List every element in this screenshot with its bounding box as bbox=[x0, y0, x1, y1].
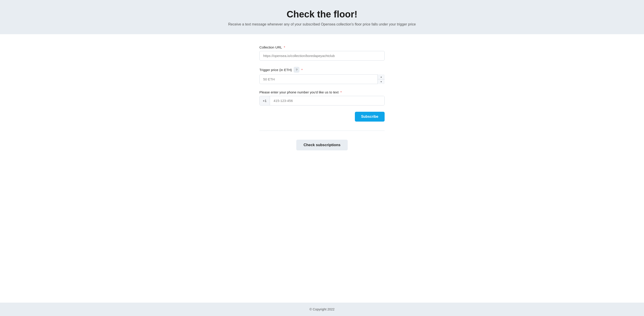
copyright-text: © Copyright 2022 bbox=[310, 308, 334, 311]
trigger-price-required: * bbox=[301, 68, 302, 72]
phone-country-code: +1 bbox=[260, 96, 270, 105]
collection-url-required: * bbox=[284, 45, 285, 49]
phone-number-group: Please enter your phone number you'd lik… bbox=[260, 90, 384, 105]
page-title: Check the floor! bbox=[4, 9, 640, 20]
subscribe-button[interactable]: Subscribe bbox=[355, 112, 384, 122]
subscribe-row: Subscribe bbox=[260, 112, 384, 122]
section-divider bbox=[260, 130, 384, 131]
collection-url-input[interactable] bbox=[260, 51, 384, 60]
trigger-price-input-wrapper: ▲ ▼ bbox=[260, 74, 384, 84]
trigger-price-up-button[interactable]: ▲ bbox=[378, 74, 384, 79]
trigger-price-spinner: ▲ ▼ bbox=[378, 74, 384, 84]
trigger-price-input[interactable] bbox=[260, 74, 384, 84]
page-footer: © Copyright 2022 bbox=[0, 303, 644, 316]
trigger-price-down-button[interactable]: ▼ bbox=[378, 79, 384, 84]
phone-input-wrapper: +1 bbox=[260, 96, 384, 105]
phone-number-label: Please enter your phone number you'd lik… bbox=[260, 90, 384, 94]
collection-url-group: Collection URL * bbox=[260, 45, 384, 60]
subscription-form: Collection URL * Trigger price (in ETH) … bbox=[260, 45, 384, 122]
trigger-price-group: Trigger price (in ETH) ? * ▲ ▼ bbox=[260, 67, 384, 84]
page-header: Check the floor! Receive a text message … bbox=[0, 0, 644, 34]
phone-number-input[interactable] bbox=[270, 96, 384, 105]
check-subscriptions-button[interactable]: Check subscriptions bbox=[296, 140, 348, 150]
trigger-price-label: Trigger price (in ETH) ? * bbox=[260, 67, 384, 73]
collection-url-label: Collection URL * bbox=[260, 45, 384, 49]
trigger-price-help-badge[interactable]: ? bbox=[294, 67, 300, 73]
page-subtitle: Receive a text message whenever any of y… bbox=[4, 22, 640, 26]
phone-required: * bbox=[340, 90, 342, 94]
check-subscriptions-section: Check subscriptions bbox=[4, 140, 640, 150]
main-content: Collection URL * Trigger price (in ETH) … bbox=[0, 34, 644, 303]
